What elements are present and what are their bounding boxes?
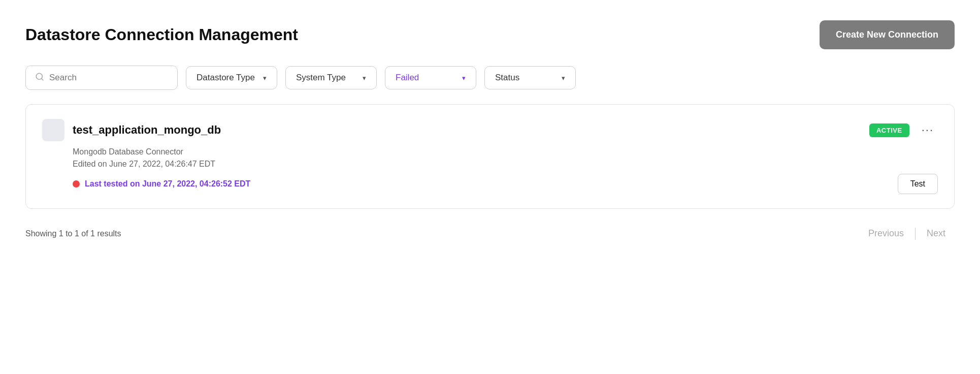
failed-indicator	[73, 180, 80, 188]
test-connection-button[interactable]: Test	[898, 174, 938, 194]
chevron-down-icon: ▾	[363, 74, 366, 82]
pagination-row: Showing 1 to 1 of 1 results Previous Nex…	[25, 223, 955, 244]
system-type-label: System Type	[296, 73, 346, 83]
status-label: Status	[495, 73, 519, 83]
last-tested-row: Last tested on June 27, 2022, 04:26:52 E…	[73, 179, 250, 189]
datastore-type-dropdown[interactable]: Datastore Type ▾	[186, 66, 277, 89]
chevron-down-icon: ▾	[462, 74, 466, 82]
system-type-dropdown[interactable]: System Type ▾	[285, 66, 377, 89]
datastore-type-label: Datastore Type	[197, 73, 255, 83]
chevron-down-icon: ▾	[263, 74, 267, 82]
card-right-actions: ACTIVE ···	[869, 121, 938, 139]
page-title: Datastore Connection Management	[25, 25, 298, 44]
connector-type: Mongodb Database Connector	[73, 147, 938, 157]
chevron-down-icon: ▾	[562, 74, 565, 82]
filter-row: Datastore Type ▾ System Type ▾ Failed ▾ …	[25, 66, 955, 90]
connection-name: test_application_mongo_db	[73, 123, 221, 137]
more-options-button[interactable]: ···	[918, 121, 938, 139]
page-header: Datastore Connection Management Create N…	[25, 20, 955, 49]
pagination-buttons: Previous Next	[859, 223, 955, 244]
results-count: Showing 1 to 1 of 1 results	[25, 229, 121, 238]
card-title-group: test_application_mongo_db	[42, 119, 221, 141]
active-status-badge: ACTIVE	[869, 123, 909, 137]
pagination-divider	[915, 228, 916, 240]
search-wrapper	[25, 66, 178, 90]
failed-filter-dropdown[interactable]: Failed ▾	[385, 66, 476, 89]
previous-button[interactable]: Previous	[859, 223, 913, 244]
connection-icon	[42, 119, 64, 141]
card-bottom-row: Last tested on June 27, 2022, 04:26:52 E…	[73, 174, 938, 194]
next-button[interactable]: Next	[918, 223, 955, 244]
connection-card: test_application_mongo_db ACTIVE ··· Mon…	[25, 104, 955, 209]
failed-filter-label: Failed	[396, 73, 419, 83]
status-dropdown[interactable]: Status ▾	[484, 66, 576, 89]
last-tested-label: Last tested on June 27, 2022, 04:26:52 E…	[85, 179, 250, 189]
search-icon	[35, 72, 44, 83]
create-new-connection-button[interactable]: Create New Connection	[820, 20, 955, 49]
svg-line-1	[41, 78, 43, 80]
search-input[interactable]	[49, 73, 168, 83]
card-top-row: test_application_mongo_db ACTIVE ···	[42, 119, 938, 141]
card-meta: Mongodb Database Connector Edited on Jun…	[73, 147, 938, 169]
edited-timestamp: Edited on June 27, 2022, 04:26:47 EDT	[73, 160, 938, 169]
